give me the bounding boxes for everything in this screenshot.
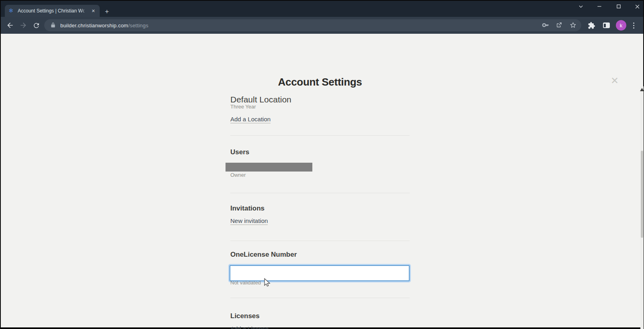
- tab-search-chevron-icon[interactable]: [575, 2, 587, 11]
- share-icon[interactable]: [555, 20, 564, 29]
- invitations-heading: Invitations: [230, 204, 410, 213]
- profile-avatar[interactable]: k: [616, 20, 626, 31]
- add-license-link[interactable]: Add a License: [230, 325, 269, 329]
- window-minimize-button[interactable]: [593, 2, 605, 11]
- tab-close-icon[interactable]: ✕: [90, 8, 96, 14]
- reload-button[interactable]: [31, 20, 41, 31]
- users-heading: Users: [230, 148, 410, 156]
- new-invitation-link[interactable]: New invitation: [230, 217, 268, 225]
- side-panel-icon[interactable]: [601, 20, 611, 31]
- back-button[interactable]: [5, 20, 15, 31]
- scrollbar-thumb[interactable]: [641, 151, 643, 238]
- section-divider: [230, 135, 410, 136]
- default-location-value: Three Year: [230, 104, 410, 110]
- page-title: Account Settings: [230, 76, 410, 88]
- url-domain: builder.christianworship.com: [60, 22, 128, 29]
- redacted-user-name: [226, 163, 312, 172]
- browser-tab-active[interactable]: ✻ Account Settings | Christian Wors ✕: [5, 5, 100, 17]
- scrollbar-up-arrow-icon[interactable]: [640, 88, 644, 91]
- window-close-button[interactable]: [631, 2, 643, 11]
- url-text: builder.christianworship.com/settings: [60, 22, 148, 29]
- window-maximize-button[interactable]: [613, 2, 625, 11]
- licenses-heading: Licenses: [230, 312, 410, 320]
- section-divider: [230, 241, 410, 241]
- onelicense-number-input[interactable]: [230, 265, 410, 281]
- section-divider: [230, 298, 410, 298]
- tab-title-fade: [80, 5, 89, 17]
- tab-bar: ✻ Account Settings | Christian Wors ✕ +: [1, 1, 643, 17]
- onelicense-status: Not validated: [230, 280, 410, 286]
- lock-icon: [50, 22, 56, 29]
- section-divider: [230, 193, 410, 193]
- bookmark-star-icon[interactable]: [568, 20, 577, 29]
- onelicense-heading: OneLicense Number: [230, 251, 410, 259]
- settings-close-icon[interactable]: ✕: [609, 75, 621, 87]
- url-path: /settings: [128, 22, 148, 29]
- browser-menu-icon[interactable]: [631, 20, 636, 31]
- extensions-puzzle-icon[interactable]: [586, 20, 597, 31]
- tab-title: Account Settings | Christian Wors: [18, 8, 84, 14]
- settings-page: ✕ Account Settings Default Location Thre…: [1, 34, 643, 327]
- add-location-link[interactable]: Add a Location: [230, 116, 271, 123]
- browser-window: ✻ Account Settings | Christian Wors ✕ +: [0, 0, 644, 329]
- new-tab-button[interactable]: +: [102, 7, 112, 17]
- password-key-icon[interactable]: [541, 20, 550, 29]
- user-role-label: Owner: [230, 172, 410, 178]
- address-bar[interactable]: builder.christianworship.com/settings: [44, 19, 581, 31]
- mouse-cursor-icon: [263, 278, 272, 289]
- default-location-heading: Default Location: [230, 95, 410, 104]
- site-favicon-icon: ✻: [9, 5, 14, 17]
- forward-button[interactable]: [18, 20, 29, 31]
